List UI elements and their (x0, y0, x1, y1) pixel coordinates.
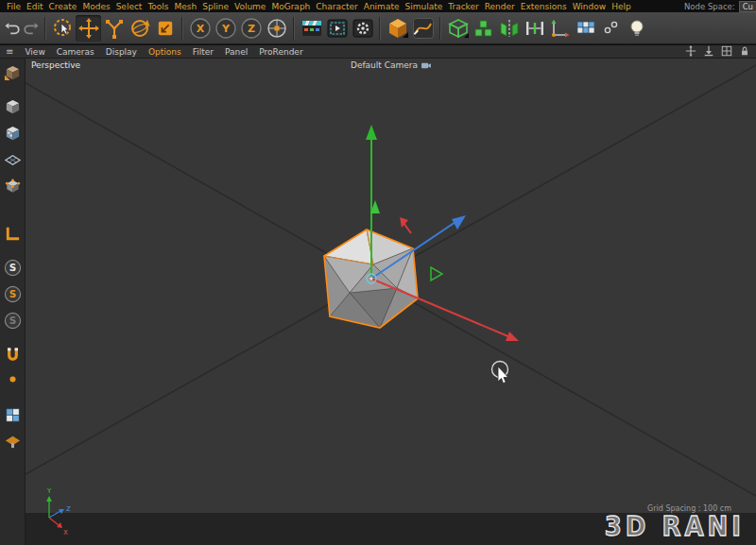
view-mode-label: Perspective (31, 60, 80, 70)
menu-item-edit[interactable]: Edit (24, 2, 45, 11)
menu-item-help[interactable]: Help (609, 2, 634, 11)
vmenu-item-view[interactable]: View (19, 47, 50, 57)
vmenu-item-prorender[interactable]: ProRender (253, 47, 308, 57)
dock-icon[interactable] (703, 45, 714, 59)
application-window: File Edit Create Modes Select Tools Mesh… (0, 0, 756, 545)
mode-sidebar: S S S (0, 59, 26, 545)
menu-item-extensions[interactable]: Extensions (518, 2, 570, 11)
node-space-select[interactable]: Cu (739, 1, 756, 12)
lock-x-axis-icon[interactable]: X (187, 15, 213, 42)
svg-text:S: S (9, 315, 16, 326)
last-tool-icon[interactable] (152, 15, 178, 42)
svg-text:X: X (196, 23, 204, 35)
scale-tool-icon[interactable] (101, 15, 127, 42)
menu-item-create[interactable]: Create (46, 2, 80, 11)
render-view-icon[interactable] (299, 15, 324, 42)
svg-text:Y: Y (221, 23, 231, 35)
solo-off-icon[interactable]: S (2, 257, 24, 279)
menu-item-spline[interactable]: Spline (199, 2, 232, 11)
main-menubar: File Edit Create Modes Select Tools Mesh… (0, 0, 756, 12)
viewport-canvas[interactable]: Y Z X (26, 59, 756, 545)
workplane-mode-icon[interactable] (2, 149, 24, 171)
axis-modify-icon[interactable] (547, 15, 573, 42)
rotate-tool-icon[interactable] (127, 15, 152, 42)
vmenu-item-cameras[interactable]: Cameras (51, 47, 100, 57)
lock-view-icon[interactable] (739, 45, 750, 59)
menu-item-tools[interactable]: Tools (145, 2, 171, 11)
render-region-icon[interactable] (324, 15, 350, 42)
menu-item-window[interactable]: Window (570, 2, 610, 11)
menu-item-volume[interactable]: Volume (232, 2, 268, 11)
make-editable-icon[interactable] (2, 62, 24, 84)
camera-label: Default Camera (351, 60, 431, 70)
light-icon[interactable] (624, 15, 649, 42)
layout-cells-icon[interactable] (721, 45, 732, 59)
vmenu-item-panel[interactable]: Panel (219, 47, 253, 57)
menu-item-mesh[interactable]: Mesh (172, 2, 200, 11)
symmetry-icon[interactable] (496, 15, 522, 42)
particles-icon[interactable] (598, 15, 624, 42)
cloner-icon[interactable] (471, 15, 496, 42)
svg-text:Z: Z (248, 23, 255, 35)
align-icon[interactable] (522, 15, 547, 42)
toolbar-separator (44, 17, 46, 40)
menu-item-animate[interactable]: Animate (361, 2, 403, 11)
quantize-icon[interactable] (2, 404, 24, 426)
menu-item-file[interactable]: File (4, 2, 24, 11)
texture-mode-icon[interactable] (2, 123, 24, 145)
move-tool-icon[interactable] (76, 15, 101, 42)
live-selection-icon[interactable] (50, 15, 76, 42)
menu-item-simulate[interactable]: Simulate (402, 2, 445, 11)
subdivision-surface-icon[interactable] (445, 15, 471, 42)
menu-item-render[interactable]: Render (482, 2, 518, 11)
axis-label-z: Z (66, 505, 71, 513)
vmenu-item-options[interactable]: Options (143, 47, 187, 57)
menu-item-mograph[interactable]: MoGraph (268, 2, 313, 11)
axis-label-x: X (63, 529, 68, 536)
axis-label-y: Y (46, 487, 52, 495)
menu-item-tracker[interactable]: Tracker (445, 2, 481, 11)
lock-y-axis-icon[interactable]: Y (213, 15, 238, 42)
viewport-menubar: ≡ View Cameras Display Options Filter Pa… (0, 45, 756, 59)
watermark: 3D RANI (605, 511, 745, 541)
menu-item-modes[interactable]: Modes (79, 2, 112, 11)
camera-icon (421, 61, 431, 70)
solo-single-icon[interactable]: S (2, 283, 24, 305)
svg-text:S: S (9, 288, 16, 299)
vmenu-item-display[interactable]: Display (100, 47, 143, 57)
viewport-menu-icon[interactable]: ≡ (0, 46, 19, 57)
undo-icon[interactable] (3, 15, 22, 42)
node-space-label: Node Space: (684, 2, 735, 11)
volume-grid-icon[interactable] (573, 15, 598, 42)
points-mode-icon[interactable] (2, 176, 24, 197)
toolbar-separator (439, 17, 441, 40)
add-cube-icon[interactable] (385, 15, 410, 42)
enable-snap-icon[interactable] (2, 344, 24, 366)
coordinate-system-icon[interactable] (264, 15, 289, 42)
pan-view-icon[interactable] (685, 45, 696, 59)
main-toolbar: X Y Z (0, 12, 756, 44)
pen-spline-icon[interactable] (410, 15, 436, 42)
snap-modes-icon[interactable] (2, 370, 24, 392)
svg-text:S: S (9, 262, 16, 273)
solo-hierarchy-icon[interactable]: S (2, 310, 24, 332)
edges-mode-icon[interactable] (2, 223, 24, 245)
viewport-panel: Perspective Default Camera (26, 59, 756, 545)
menu-item-select[interactable]: Select (113, 2, 146, 11)
toolbar-separator (379, 17, 381, 40)
render-settings-icon[interactable] (350, 15, 375, 42)
toolbar-separator (181, 17, 183, 40)
redo-icon[interactable] (22, 15, 41, 42)
lock-z-axis-icon[interactable]: Z (238, 15, 264, 42)
camera-label-text: Default Camera (351, 60, 418, 70)
toolbar-separator (293, 17, 295, 40)
model-mode-icon[interactable] (2, 96, 24, 118)
vmenu-item-filter[interactable]: Filter (187, 47, 219, 57)
menu-item-character[interactable]: Character (313, 2, 360, 11)
workplane-snap-icon[interactable] (2, 431, 24, 452)
